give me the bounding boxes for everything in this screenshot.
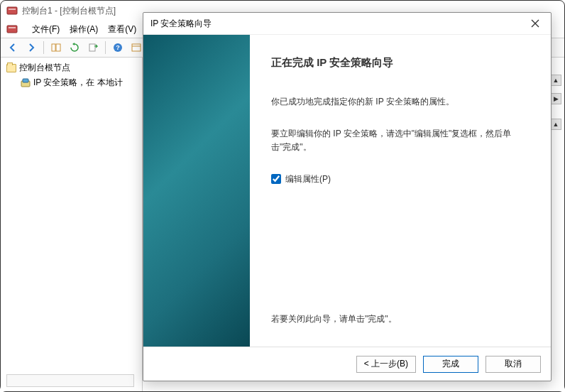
- tree-root-label: 控制台根节点: [19, 62, 70, 74]
- refresh-button[interactable]: [67, 40, 82, 55]
- back-button[interactable]: < 上一步(B): [356, 356, 416, 373]
- scroll-up-button-2[interactable]: ▲: [550, 119, 561, 130]
- nav-forward-button[interactable]: [23, 40, 39, 55]
- scroll-down-button[interactable]: ▶: [550, 93, 561, 104]
- status-bar: [6, 374, 134, 387]
- menu-view[interactable]: 查看(V): [108, 23, 136, 36]
- svg-rect-1: [9, 9, 16, 10]
- dialog-footer: < 上一步(B) 完成 取消: [143, 347, 551, 381]
- export-list-button[interactable]: [85, 40, 101, 55]
- folder-icon: [6, 64, 16, 72]
- edit-properties-checkbox[interactable]: 编辑属性(P): [271, 173, 530, 185]
- svg-rect-9: [132, 44, 141, 51]
- wizard-footer-hint: 若要关闭此向导，请单击"完成"。: [271, 313, 397, 325]
- svg-rect-6: [89, 44, 95, 51]
- mmc-main-window: 控制台1 - [控制台根节点] 文件(F) 操作(A) 查看(V) ? 控制台根…: [0, 0, 565, 392]
- help-button[interactable]: ?: [110, 40, 126, 55]
- tree-root-node[interactable]: 控制台根节点: [4, 60, 139, 75]
- svg-rect-3: [9, 27, 16, 28]
- cancel-button[interactable]: 取消: [486, 356, 541, 373]
- app-icon: [6, 5, 18, 16]
- show-hide-tree-button[interactable]: [48, 40, 64, 55]
- menu-file[interactable]: 文件(F): [32, 23, 60, 36]
- ip-security-wizard-dialog: IP 安全策略向导 正在完成 IP 安全策略向导 你已成功地完成指定你的新 IP…: [143, 12, 552, 381]
- dialog-body: 正在完成 IP 安全策略向导 你已成功地完成指定你的新 IP 安全策略的属性。 …: [143, 34, 551, 347]
- edit-properties-label: 编辑属性(P): [285, 173, 331, 185]
- toolbar-extra-button[interactable]: [128, 40, 144, 55]
- toolbar-divider: [43, 41, 44, 54]
- close-icon: [531, 19, 539, 28]
- dialog-titlebar: IP 安全策略向导: [143, 13, 551, 34]
- dialog-title: IP 安全策略向导: [150, 18, 212, 30]
- tree-panel: 控制台根节点 IP 安全策略，在 本地计: [1, 58, 143, 391]
- app-icon-small: [6, 23, 18, 35]
- svg-rect-4: [52, 44, 55, 51]
- edit-properties-checkbox-input[interactable]: [271, 174, 281, 184]
- svg-rect-2: [7, 26, 17, 33]
- finish-button[interactable]: 完成: [423, 356, 478, 373]
- scroll-up-button[interactable]: ▲: [550, 75, 561, 86]
- wizard-side-graphic: [143, 35, 250, 347]
- policy-icon: [21, 78, 31, 88]
- svg-rect-12: [23, 79, 28, 82]
- menu-action[interactable]: 操作(A): [70, 23, 98, 36]
- svg-text:?: ?: [116, 44, 120, 51]
- svg-rect-5: [56, 44, 60, 51]
- wizard-text-2: 要立即编辑你的 IP 安全策略，请选中"编辑属性"复选框，然后单击"完成"。: [271, 127, 530, 154]
- window-title: 控制台1 - [控制台根节点]: [22, 5, 116, 17]
- wizard-heading: 正在完成 IP 安全策略向导: [271, 56, 530, 70]
- close-button[interactable]: [527, 15, 544, 32]
- tree-child-label: IP 安全策略，在 本地计: [33, 77, 123, 89]
- wizard-content: 正在完成 IP 安全策略向导 你已成功地完成指定你的新 IP 安全策略的属性。 …: [250, 35, 551, 347]
- tree-child-node[interactable]: IP 安全策略，在 本地计: [4, 75, 139, 90]
- svg-rect-0: [7, 7, 17, 14]
- nav-back-button[interactable]: [5, 40, 21, 55]
- wizard-text-1: 你已成功地完成指定你的新 IP 安全策略的属性。: [271, 95, 530, 109]
- toolbar-divider: [105, 41, 106, 54]
